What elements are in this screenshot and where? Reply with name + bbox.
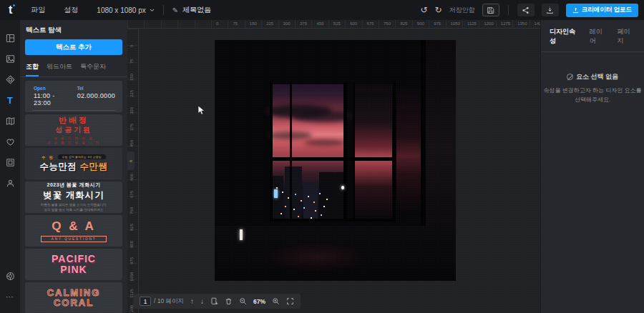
ruler-label: 750	[130, 207, 134, 214]
sunam-gold-text: 수만쌤	[79, 162, 107, 172]
lamp-light	[240, 229, 243, 241]
ruler-label: 1350	[517, 21, 527, 26]
tab-wordart[interactable]: 워드아트	[47, 62, 72, 76]
artboard-canvas[interactable]	[215, 40, 456, 281]
doc-title[interactable]: 제목없음	[182, 5, 211, 15]
page-number-input[interactable]: 1	[140, 297, 151, 306]
frame-icon	[6, 158, 15, 167]
tab-pages[interactable]: 페이지	[617, 27, 635, 46]
sidebar-item-more[interactable]: ⋯	[0, 287, 20, 307]
map-icon	[6, 116, 15, 126]
menu-settings[interactable]: 설정	[64, 5, 78, 15]
chevron-down-icon	[150, 9, 155, 12]
open-label: Open	[34, 86, 67, 91]
ruler-label: 675	[130, 191, 134, 198]
tel-value: 02.000.0000	[77, 92, 115, 99]
tab-special-chars[interactable]: 특수문자	[80, 62, 106, 76]
ruler-label: 825	[400, 21, 407, 26]
template-calming-coral[interactable]: CALMING CORAL	[25, 282, 122, 313]
add-text-button[interactable]: 텍스트 추가	[25, 39, 122, 55]
menu-file[interactable]: 파일	[31, 5, 45, 15]
empty-state-desc-line2: 선택해주세요.	[541, 96, 644, 105]
ruler-label: 1275	[501, 21, 510, 26]
share-button[interactable]	[517, 4, 535, 16]
ruler-label: 375	[130, 124, 134, 131]
floor-reflection	[263, 242, 371, 271]
template-class-assignment[interactable]: 반배정 성공기원 새 학 기 반 배 정 성 공 을 기 원 합 니 다	[25, 114, 122, 146]
ruler-label: 825	[130, 224, 134, 231]
ruler-label: 0	[216, 21, 218, 26]
ruler-label: 0	[130, 45, 134, 47]
zoom-out-button[interactable]	[239, 297, 247, 305]
class-sub2: 성 공 을 기 원 합 니 다	[47, 141, 101, 144]
photo-icon	[6, 54, 15, 64]
blossom-top-text: 2023년 봄꽃 개화시기	[47, 182, 101, 189]
save-button[interactable]	[482, 4, 499, 16]
sidebar-item-maps[interactable]	[0, 111, 20, 131]
tel-label: Tel	[77, 86, 115, 91]
calming-line2: CORAL	[54, 298, 94, 308]
panel-collapse-button[interactable]: «	[127, 151, 135, 170]
city-skyline	[270, 159, 346, 219]
topbar-divider-2	[508, 5, 509, 15]
zoom-in-icon	[272, 297, 280, 305]
pacific-line1: PACIFIC	[52, 254, 96, 264]
sidebar-item-favorites[interactable]	[0, 131, 20, 152]
class-line1: 반배정	[59, 116, 89, 126]
canvas-area: 0751502253003754505256006757508259009751…	[127, 20, 540, 313]
sidebar-item-templates[interactable]	[0, 28, 20, 49]
template-cherry-blossom[interactable]: 2023년 봄꽃 개화시기 벚꽃 개화시기 따뜻한 봄을 알리는 벚꽃 소식이 …	[25, 182, 122, 213]
user-icon	[6, 179, 15, 188]
template-sunam[interactable]: 수 만 수능 성적 올려주는 1타 선생님 수능만점 수만쌤	[25, 148, 122, 179]
ruler-label: 1050	[130, 272, 134, 281]
delete-page-button[interactable]	[225, 297, 233, 305]
topbar: t 파일 설정 1080 x 1080 px ✎ 제목없음 ↺ ↻ 저장안함	[0, 0, 644, 20]
edit-title-icon[interactable]: ✎	[172, 6, 178, 14]
page-up-button[interactable]: ↑	[190, 298, 194, 305]
window-pane-reflection-2	[396, 87, 421, 212]
template-qna[interactable]: Q & A ANY QUESTION?	[25, 215, 122, 247]
text-panel: 텍스트 탐색 텍스트 추가 조합 워드아트 특수문자 Open 11:00 - …	[20, 20, 127, 313]
ruler-label: 450	[316, 21, 323, 26]
more-dots-icon: ⋯	[6, 292, 14, 302]
sidebar-item-text[interactable]: T	[0, 90, 20, 111]
add-page-button[interactable]	[210, 297, 218, 305]
add-page-icon	[210, 297, 218, 305]
open-hours-value: 11:00 - 23:00	[34, 92, 67, 106]
download-button[interactable]	[542, 4, 559, 16]
ruler-label: 75	[130, 59, 134, 64]
ruler-label: 450	[130, 140, 134, 147]
sidebar-item-elements[interactable]	[0, 69, 20, 90]
empty-state-desc-line1: 속성을 변경하고자 하는 디자인 요소를	[541, 86, 644, 96]
fit-screen-button[interactable]	[286, 297, 294, 305]
text-template-list: Open 11:00 - 23:00 Tel 02.000.0000 스탬프 1…	[20, 77, 127, 313]
template-pacific-pink[interactable]: PACIFIC PINK	[25, 249, 122, 280]
ruler-label: 900	[130, 241, 134, 248]
properties-panel: 디자인속성 레이어 페이지 요소 선택 없음 속성을 변경하고자 하는 디자인 …	[540, 20, 644, 313]
page-down-button[interactable]: ↓	[200, 298, 204, 305]
no-selection-icon	[567, 74, 573, 80]
save-status: 저장안함	[449, 6, 475, 15]
floppy-icon	[487, 6, 494, 14]
tab-combination[interactable]: 조합	[26, 62, 39, 76]
neon-sign	[274, 189, 278, 198]
city-lights	[276, 187, 278, 189]
app-logo[interactable]: t	[9, 4, 12, 16]
trash-icon	[225, 297, 233, 305]
zoom-level[interactable]: 67%	[253, 298, 265, 305]
text-tool-icon: T	[7, 95, 13, 106]
tab-layers[interactable]: 레이어	[590, 27, 608, 46]
sidebar-item-frames[interactable]	[0, 152, 20, 173]
template-open-hours[interactable]: Open 11:00 - 23:00 Tel 02.000.0000 스탬프 1…	[25, 81, 122, 112]
tab-design-properties[interactable]: 디자인속성	[550, 27, 580, 46]
redo-icon[interactable]: ↻	[435, 6, 442, 14]
canvas-size-dropdown[interactable]: 1080 x 1080 px	[97, 6, 154, 14]
design-editor-app: t 파일 설정 1080 x 1080 px ✎ 제목없음 ↺ ↻ 저장안함	[0, 0, 644, 313]
sidebar-item-account[interactable]	[0, 173, 20, 194]
creator-upload-button[interactable]: 크리에이터 업로드	[566, 4, 638, 17]
sidebar-item-photos[interactable]	[0, 49, 20, 69]
promo-text: 스탬프 12개 적립시 아메리카노 1잔 무료	[25, 111, 122, 112]
undo-icon[interactable]: ↺	[421, 6, 428, 14]
sidebar-item-help[interactable]	[0, 266, 20, 287]
zoom-in-button[interactable]	[272, 297, 280, 305]
